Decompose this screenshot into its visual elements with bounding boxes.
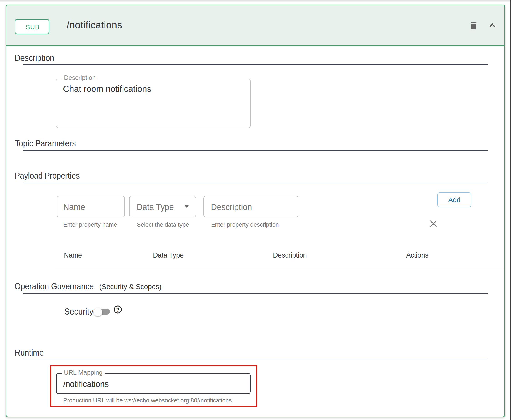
svg-text:?: ?	[116, 307, 120, 313]
